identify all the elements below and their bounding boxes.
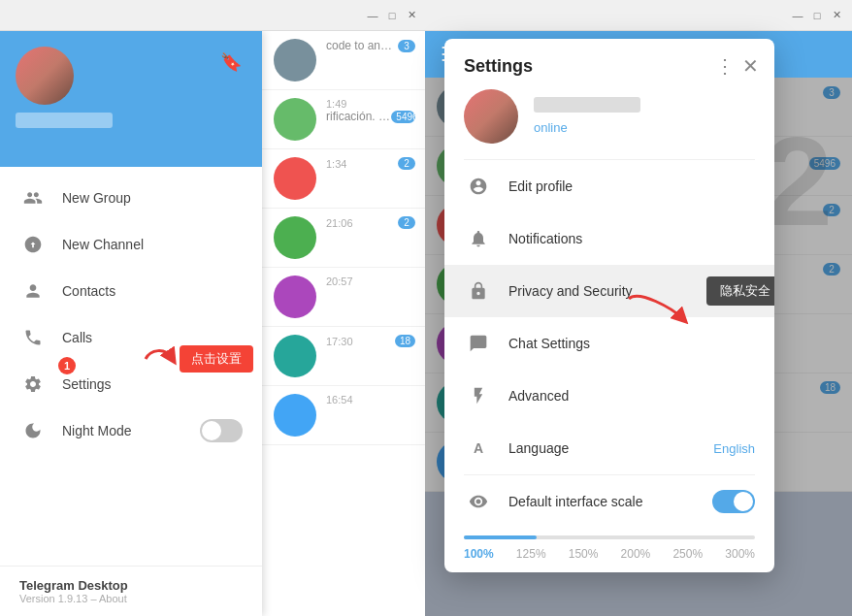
- chat-preview: rificación. Espera...: [326, 110, 391, 123]
- edit-profile-label: Edit profile: [508, 178, 755, 194]
- privacy-tooltip: 隐私安全: [706, 276, 774, 306]
- sidebar-item-contacts[interactable]: Contacts: [0, 268, 262, 314]
- left-title-bar: — □ ✕: [0, 0, 427, 31]
- sidebar-item-new-channel[interactable]: New Channel: [0, 221, 262, 268]
- sidebar-header: 🔖: [0, 31, 262, 167]
- new-group-label: New Group: [62, 190, 243, 206]
- chat-item[interactable]: 16:54: [262, 386, 427, 445]
- chat-time: 1:49: [326, 98, 346, 110]
- chat-info: 1:49 rificación. Espera... 5496: [326, 98, 415, 141]
- privacy-security-label: Privacy and Security: [508, 283, 730, 299]
- settings-item-advanced[interactable]: Advanced: [444, 370, 774, 422]
- new-group-icon: [19, 184, 47, 211]
- avatar-image: [16, 47, 74, 105]
- default-scale-row: Default interface scale: [444, 475, 774, 528]
- scale-150[interactable]: 150%: [569, 547, 599, 561]
- contacts-label: Contacts: [62, 283, 243, 299]
- left-close-btn[interactable]: ✕: [404, 8, 419, 23]
- settings-item-edit-profile[interactable]: Edit profile: [444, 160, 774, 212]
- sidebar-item-night-mode[interactable]: Night Mode: [0, 407, 262, 454]
- calls-label: Calls: [62, 330, 243, 345]
- chat-badge: 3: [398, 40, 415, 52]
- settings-title-actions: ⋮ ✕: [715, 54, 759, 78]
- language-value: English: [713, 441, 755, 456]
- chat-avatar: [274, 335, 316, 377]
- privacy-icon: [464, 276, 493, 306]
- left-maximize-btn[interactable]: □: [384, 8, 400, 23]
- scale-fill: [464, 535, 537, 539]
- chat-avatar: [274, 276, 316, 318]
- left-telegram-window: — □ ✕ 🔖 New Gr: [0, 0, 427, 616]
- chat-avatar: [274, 157, 316, 200]
- settings-close-btn[interactable]: ✕: [742, 54, 759, 78]
- scale-toggle[interactable]: [712, 490, 755, 513]
- advanced-icon: [464, 381, 493, 410]
- app-name: Telegram Desktop: [19, 578, 243, 593]
- scale-icon: [464, 487, 493, 516]
- edit-profile-icon: [464, 172, 493, 201]
- settings-badge: 1: [58, 357, 76, 374]
- chat-item[interactable]: 17:3018: [262, 327, 427, 386]
- settings-item-notifications[interactable]: Notifications: [444, 212, 774, 265]
- sidebar-item-new-group[interactable]: New Group: [0, 175, 262, 221]
- scale-track[interactable]: [464, 535, 755, 539]
- language-label: Language: [508, 440, 713, 456]
- chat-avatar: [274, 98, 316, 141]
- settings-item-privacy-security[interactable]: Privacy and Security 1 隐私安全: [444, 265, 774, 317]
- night-mode-icon: [19, 417, 47, 444]
- chat-settings-label: Chat Settings: [508, 336, 755, 351]
- scale-200[interactable]: 200%: [621, 547, 651, 561]
- scale-label: Default interface scale: [508, 494, 712, 509]
- advanced-label: Advanced: [508, 388, 755, 404]
- night-mode-toggle[interactable]: [200, 419, 243, 442]
- settings-avatar[interactable]: [464, 89, 518, 144]
- chat-info: code to anyone, eve... 3: [326, 39, 415, 81]
- settings-item-language[interactable]: A Language English: [444, 422, 774, 474]
- sidebar-avatar[interactable]: [16, 47, 74, 105]
- sidebar-footer: Telegram Desktop Version 1.9.13 – About: [0, 566, 262, 616]
- chat-item[interactable]: 1:49 rificación. Espera... 5496: [262, 90, 427, 149]
- chat-avatar: [274, 216, 316, 259]
- settings-item-chat-settings[interactable]: Chat Settings: [444, 317, 774, 370]
- settings-modal: Settings ⋮ ✕ online Edit: [444, 39, 774, 572]
- scale-bar: 100% 125% 150% 200% 250% 300%: [444, 528, 774, 572]
- settings-label: Settings: [62, 376, 243, 392]
- settings-dots-menu[interactable]: ⋮: [715, 54, 735, 78]
- chat-item[interactable]: 20:57: [262, 268, 427, 327]
- scale-125[interactable]: 125%: [516, 547, 546, 561]
- chat-item[interactable]: 1:342: [262, 149, 427, 209]
- chat-badge: 5496: [391, 111, 415, 123]
- sidebar-menu: 🔖 New Group New Channel: [0, 31, 262, 616]
- scale-300[interactable]: 300%: [725, 547, 755, 561]
- sidebar-name: [16, 113, 113, 128]
- right-minimize-btn[interactable]: —: [790, 8, 805, 23]
- right-title-bar: — □ ✕: [425, 0, 852, 31]
- scale-labels: 100% 125% 150% 200% 250% 300%: [464, 547, 755, 561]
- chat-preview: code to anyone, eve...: [326, 39, 398, 52]
- bookmark-icon[interactable]: 🔖: [215, 47, 246, 78]
- chat-item[interactable]: 21:062: [262, 209, 427, 268]
- language-icon: A: [464, 434, 493, 463]
- right-body: ☰ code to anyone, eve...3 1:49 rificació…: [425, 31, 852, 616]
- right-telegram-window: — □ ✕ ☰ code to anyone, eve...3 1:49: [425, 0, 852, 616]
- chat-avatar: [274, 394, 316, 437]
- new-channel-icon: [19, 231, 47, 258]
- right-close-btn[interactable]: ✕: [829, 8, 844, 23]
- notifications-icon: [464, 224, 493, 253]
- click-settings-annotation: 点击设置: [141, 344, 253, 373]
- scale-100[interactable]: 100%: [464, 547, 494, 561]
- left-app-body: 🔖 New Group New Channel: [0, 31, 427, 616]
- settings-username: [534, 97, 640, 113]
- scale-250[interactable]: 250%: [672, 547, 703, 561]
- new-channel-label: New Channel: [62, 237, 243, 252]
- calls-icon: [19, 324, 47, 351]
- chat-item[interactable]: code to anyone, eve... 3: [262, 31, 427, 90]
- left-minimize-btn[interactable]: —: [365, 8, 380, 23]
- settings-online-status: online: [534, 120, 568, 135]
- settings-title: Settings: [464, 56, 533, 77]
- settings-icon: [19, 371, 47, 398]
- settings-title-bar: Settings ⋮ ✕: [444, 39, 774, 85]
- chat-settings-icon: [464, 329, 493, 358]
- app-version: Version 1.9.13 – About: [19, 593, 243, 604]
- right-maximize-btn[interactable]: □: [809, 8, 825, 23]
